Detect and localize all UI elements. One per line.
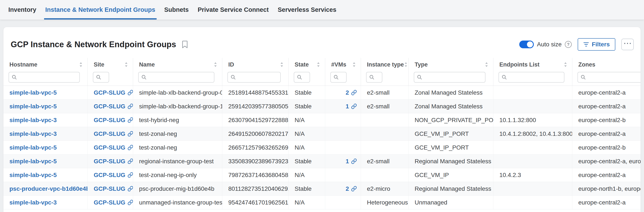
- link-icon: [351, 90, 357, 95]
- vms-link[interactable]: 2: [346, 89, 349, 96]
- column-filter-input[interactable]: [148, 74, 212, 80]
- column-header-type[interactable]: Type: [409, 58, 494, 71]
- cell-hostname: psc-producer-vpc-b1d60e4b: [4, 182, 88, 195]
- tab-subnets[interactable]: Subnets: [163, 0, 190, 20]
- table-row[interactable]: simple-lab-vpc-3GCP-SLUGtest-zonal-neg26…: [4, 127, 640, 141]
- search-icon: [96, 74, 102, 80]
- sort-icon[interactable]: [124, 62, 128, 67]
- cell-type: Regional Managed Stateless: [409, 182, 494, 195]
- link-icon: [128, 186, 133, 192]
- table-row[interactable]: simple-lab-vpc-5GCP-SLUGregional-instanc…: [4, 155, 640, 168]
- hostname-link[interactable]: psc-producer-vpc-b1d60e4b: [10, 185, 88, 192]
- sort-icon[interactable]: [564, 62, 568, 67]
- column-header-hostname[interactable]: Hostname: [4, 58, 88, 71]
- search-icon: [141, 74, 147, 80]
- hostname-link[interactable]: simple-lab-vpc-3: [10, 199, 57, 206]
- table-row[interactable]: simple-lab-vpc-5GCP-SLUGtest-zonal-neg26…: [4, 141, 640, 155]
- sort-icon[interactable]: [79, 62, 83, 67]
- column-filter-input[interactable]: [376, 74, 378, 80]
- site-link[interactable]: GCP-SLUG: [94, 172, 126, 178]
- tab-label: Subnets: [164, 6, 189, 13]
- search-icon: [297, 74, 302, 80]
- bookmark-icon[interactable]: [182, 41, 188, 48]
- filter-box[interactable]: [414, 72, 486, 83]
- hostname-link[interactable]: simple-lab-vpc-5: [10, 103, 57, 110]
- vms-link[interactable]: 1: [346, 158, 349, 165]
- filters-button[interactable]: Filters: [578, 38, 615, 51]
- vms-link[interactable]: 2: [346, 185, 349, 192]
- column-filter-input[interactable]: [238, 74, 278, 80]
- cell-endpoints: 10.4.2.3: [494, 168, 572, 182]
- filter-box[interactable]: [138, 72, 214, 83]
- site-link[interactable]: GCP-SLUG: [94, 158, 126, 165]
- auto-size-toggle[interactable]: [519, 41, 534, 48]
- table-row[interactable]: simple-lab-vpc-3GCP-SLUGtest-hybrid-neg2…: [4, 113, 640, 127]
- column-filter-input[interactable]: [424, 74, 482, 80]
- cell-hostname: simple-lab-vpc-5: [4, 141, 88, 154]
- site-link[interactable]: GCP-SLUG: [94, 131, 126, 137]
- column-filter-input[interactable]: [19, 74, 77, 80]
- sort-icon[interactable]: [484, 62, 488, 67]
- table-row[interactable]: simple-lab-vpc-3GCP-SLUGunmanaged-instan…: [4, 196, 640, 209]
- cell-vms: 2: [325, 182, 361, 195]
- table-row[interactable]: psc-producer-vpc-b1d60e4bGCP-SLUGpsc-pro…: [4, 182, 640, 196]
- tab-inventory[interactable]: Inventory: [7, 0, 38, 20]
- tab-bar: Inventory Instance & Network Endpoint Gr…: [0, 0, 644, 20]
- sort-icon[interactable]: [214, 62, 218, 67]
- column-filter-input[interactable]: [588, 74, 640, 80]
- hostname-link[interactable]: simple-lab-vpc-3: [10, 131, 57, 137]
- hostname-link[interactable]: simple-lab-vpc-3: [10, 117, 57, 124]
- filter-box[interactable]: [366, 72, 382, 83]
- toolbar-actions: Auto size ? Filters ⋯: [519, 38, 634, 51]
- cell-instance_type: [361, 127, 409, 141]
- help-icon[interactable]: ?: [565, 41, 572, 48]
- site-link[interactable]: GCP-SLUG: [94, 103, 126, 110]
- site-link[interactable]: GCP-SLUG: [94, 144, 126, 151]
- cell-hostname: simple-lab-vpc-3: [4, 113, 88, 127]
- cell-instance_type: Heterogeneous: [361, 196, 409, 209]
- cell-name: simple-lab-xlb-backend-group-0: [133, 86, 222, 99]
- site-link[interactable]: GCP-SLUG: [94, 117, 126, 124]
- column-header-vms[interactable]: #VMs: [325, 58, 361, 71]
- more-options-button[interactable]: ⋯: [621, 39, 634, 50]
- column-filter-input[interactable]: [340, 74, 343, 80]
- site-link[interactable]: GCP-SLUG: [94, 89, 126, 96]
- column-filter-input[interactable]: [103, 74, 105, 80]
- vms-link[interactable]: 1: [346, 103, 349, 110]
- column-header-id[interactable]: ID: [222, 58, 288, 71]
- filter-box[interactable]: [8, 72, 80, 83]
- filter-box[interactable]: [228, 72, 281, 83]
- column-header-zones[interactable]: Zones: [572, 58, 640, 71]
- sort-icon[interactable]: [352, 62, 356, 67]
- hostname-link[interactable]: simple-lab-vpc-5: [10, 158, 57, 165]
- tab-serverless-services[interactable]: Serverless Services: [276, 0, 338, 20]
- filter-box[interactable]: [93, 72, 109, 83]
- column-header-site[interactable]: Site: [88, 58, 133, 71]
- filter-box[interactable]: [294, 72, 310, 83]
- cell-zones: europe-central2-a: [572, 99, 640, 113]
- column-header-endpoints[interactable]: Endpoints List: [494, 58, 572, 71]
- filter-box[interactable]: [330, 72, 346, 83]
- sort-icon[interactable]: [280, 62, 284, 67]
- column-header-name[interactable]: Name: [133, 58, 222, 71]
- column-filter-input[interactable]: [509, 74, 562, 80]
- hostname-link[interactable]: simple-lab-vpc-5: [10, 172, 57, 178]
- tab-instance-network-endpoint-groups[interactable]: Instance & Network Endpoint Groups: [44, 0, 156, 20]
- site-link[interactable]: GCP-SLUG: [94, 185, 126, 192]
- column-filter-input[interactable]: [304, 74, 306, 80]
- column-filter-instance_type: [361, 71, 409, 86]
- table-row[interactable]: simple-lab-vpc-5GCP-SLUGsimple-lab-xlb-b…: [4, 99, 640, 113]
- filter-box[interactable]: [498, 72, 564, 83]
- table-row[interactable]: simple-lab-vpc-5GCP-SLUGtest-zonal-neg-i…: [4, 168, 640, 182]
- column-header-state[interactable]: State: [288, 58, 325, 71]
- hostname-link[interactable]: simple-lab-vpc-5: [10, 89, 57, 96]
- hostname-link[interactable]: simple-lab-vpc-5: [10, 144, 57, 151]
- filter-box[interactable]: [578, 72, 640, 83]
- column-filter-vms: [325, 71, 361, 86]
- column-header-instance_type[interactable]: Instance type: [361, 58, 409, 71]
- sort-icon[interactable]: [316, 62, 320, 67]
- table-row[interactable]: simple-lab-vpc-5GCP-SLUGsimple-lab-xlb-b…: [4, 86, 640, 99]
- site-link[interactable]: GCP-SLUG: [94, 199, 126, 206]
- sort-icon[interactable]: [404, 62, 408, 67]
- tab-private-service-connect[interactable]: Private Service Connect: [196, 0, 270, 20]
